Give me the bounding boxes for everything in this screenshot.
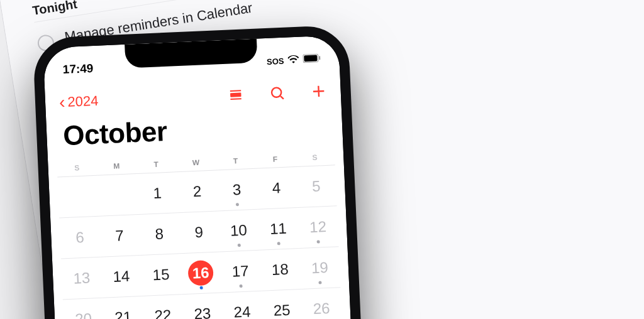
calendar-weekday-cell: M — [96, 157, 136, 175]
calendar-day-cell[interactable]: 5 — [296, 165, 337, 208]
calendar-today-indicator: 16 — [187, 260, 214, 286]
status-time: 17:49 — [62, 62, 94, 77]
status-sos-label: SOS — [267, 56, 284, 66]
battery-icon — [303, 53, 321, 65]
svg-rect-4 — [319, 56, 320, 60]
list-view-icon[interactable] — [227, 87, 244, 104]
svg-rect-5 — [230, 92, 242, 97]
calendar-weekday-cell: F — [255, 150, 296, 168]
calendar-day-cell — [97, 174, 138, 217]
calendar-event-dots — [236, 203, 239, 206]
calendar-day-cell[interactable]: 19 — [299, 247, 340, 289]
calendar-day-cell[interactable]: 14 — [101, 255, 142, 298]
calendar-day-cell — [57, 175, 99, 218]
calendar-day-cell[interactable]: 13 — [61, 257, 103, 300]
calendar-day-cell[interactable]: 9 — [178, 211, 219, 254]
photo-scene: All813Scheduled3 ForgotGroceries ListFin… — [0, 0, 644, 319]
calendar-event-dots — [277, 242, 280, 245]
calendar-day-cell[interactable]: 23 — [182, 293, 223, 319]
status-right: SOS — [267, 53, 321, 67]
calendar-day-cell[interactable]: 16 — [180, 252, 221, 295]
calendar-weekday-cell: T — [136, 155, 176, 173]
calendar-day-cell[interactable]: 17 — [219, 250, 261, 293]
calendar-day-cell[interactable]: 26 — [301, 288, 342, 319]
calendar-day-cell[interactable]: 18 — [259, 248, 301, 291]
svg-rect-3 — [304, 55, 317, 62]
calendar-event-dots — [317, 240, 320, 243]
calendar-event-dots — [238, 244, 241, 247]
add-event-icon[interactable] — [310, 83, 327, 100]
calendar-day-cell[interactable]: 22 — [142, 295, 184, 319]
back-year-label: 2024 — [67, 93, 99, 111]
calendar-nav-icons — [227, 83, 327, 104]
calendar-month-grid[interactable]: SMTWTFS 12345678910111213141516171819202… — [57, 148, 344, 319]
calendar-day-cell[interactable]: 20 — [63, 298, 104, 319]
calendar-day-cell[interactable]: 8 — [138, 213, 180, 256]
calendar-day-cell[interactable]: 24 — [221, 291, 263, 319]
chevron-left-icon: ‹ — [58, 94, 65, 111]
calendar-weekday-cell: W — [175, 154, 216, 172]
calendar-day-cell[interactable]: 2 — [177, 170, 218, 213]
calendar-day-cell[interactable]: 11 — [257, 208, 299, 251]
calendar-day-cell[interactable]: 25 — [261, 289, 303, 319]
iphone-device-frame: 17:49 SOS — [33, 24, 375, 319]
iphone-calendar-app: 17:49 SOS — [43, 35, 364, 319]
calendar-weekday-cell: S — [295, 148, 335, 166]
calendar-day-cell[interactable]: 12 — [297, 206, 339, 249]
calendar-day-cell[interactable]: 15 — [140, 254, 182, 296]
calendar-day-cell[interactable]: 10 — [218, 209, 259, 252]
calendar-event-dots — [200, 286, 203, 289]
calendar-weekday-cell: T — [215, 152, 255, 170]
calendar-weekday-cell: S — [57, 159, 97, 177]
search-icon[interactable] — [269, 85, 286, 102]
calendar-day-cell[interactable]: 1 — [136, 172, 178, 215]
calendar-day-cell[interactable]: 3 — [216, 168, 258, 211]
back-year-button[interactable]: ‹ 2024 — [58, 92, 98, 112]
calendar-event-dots — [319, 281, 322, 284]
calendar-day-cell[interactable]: 4 — [256, 167, 297, 210]
calendar-event-dots — [240, 284, 243, 288]
calendar-day-cell[interactable]: 21 — [103, 296, 144, 319]
wifi-icon — [287, 54, 299, 65]
svg-point-6 — [272, 87, 282, 97]
calendar-day-cell[interactable]: 6 — [59, 216, 101, 259]
calendar-day-cell[interactable]: 7 — [99, 215, 140, 257]
